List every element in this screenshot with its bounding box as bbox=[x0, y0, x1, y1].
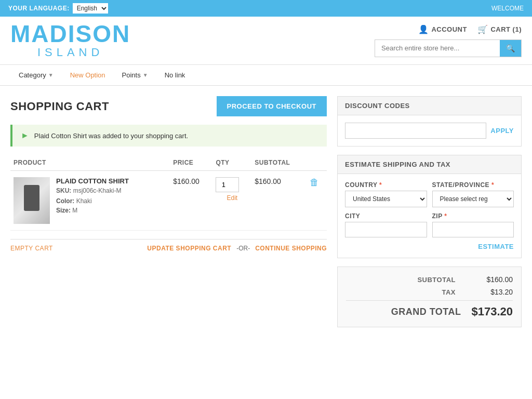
cart-table: PRODUCT PRICE QTY SUBTOTAL PLAID COTTON … bbox=[10, 155, 327, 231]
shipping-panel: ESTIMATE SHIPPING AND TAX COUNTRY * Unit… bbox=[337, 155, 522, 258]
zip-required: * bbox=[444, 212, 447, 220]
apply-discount-button[interactable]: APPLY bbox=[490, 127, 514, 135]
size-value: M bbox=[72, 207, 77, 214]
city-zip-row: CITY ZIP * bbox=[345, 212, 514, 237]
product-color: Color: Khaki bbox=[56, 197, 129, 205]
product-size: Size: M bbox=[56, 207, 129, 214]
state-label: STATE/PROVINCE * bbox=[432, 181, 514, 189]
cart-link[interactable]: 🛒 CART (1) bbox=[477, 24, 522, 34]
discount-panel: DISCOUNT CODES APPLY bbox=[337, 96, 522, 147]
header-right: 👤 ACCOUNT 🛒 CART (1) 🔍 bbox=[375, 24, 522, 57]
welcome-text: WELCOME bbox=[491, 5, 524, 12]
estimate-button[interactable]: ESTIMATE bbox=[478, 243, 514, 250]
top-bar: YOUR LANGUAGE: English WELCOME bbox=[0, 0, 532, 17]
product-cell: PLAID COTTON SHIRT SKU: msj006c-Khaki-M … bbox=[10, 171, 170, 231]
sidebar: DISCOUNT CODES APPLY ESTIMATE SHIPPING A… bbox=[337, 96, 522, 327]
city-group: CITY bbox=[345, 212, 427, 237]
tax-row: TAX $13.20 bbox=[346, 288, 513, 296]
product-image bbox=[14, 177, 50, 224]
delete-button[interactable]: 🗑 bbox=[310, 177, 319, 188]
country-group: COUNTRY * United States Canada United Ki… bbox=[345, 181, 427, 207]
edit-link[interactable]: Edit bbox=[216, 194, 248, 202]
totals-panel: SUBTOTAL $160.00 TAX $13.20 GRAND TOTAL … bbox=[337, 267, 522, 327]
search-bar: 🔍 bbox=[375, 39, 522, 57]
nav-points-label: Points bbox=[122, 71, 141, 79]
cart-icon: 🛒 bbox=[477, 24, 488, 34]
empty-cart-link[interactable]: EMPTY CART bbox=[10, 245, 53, 252]
col-subtotal: SUBTOTAL bbox=[251, 155, 306, 171]
state-group: STATE/PROVINCE * Please select reg Alaba… bbox=[432, 181, 514, 207]
nav-item-new-option[interactable]: New Option bbox=[62, 65, 114, 85]
estimate-row: ESTIMATE bbox=[345, 243, 514, 250]
language-select[interactable]: English bbox=[73, 3, 108, 14]
product-sku: SKU: msj006c-Khaki-M bbox=[56, 187, 129, 194]
city-input[interactable] bbox=[345, 222, 427, 237]
price-cell: $160.00 bbox=[170, 171, 212, 231]
product-name: PLAID COTTON SHIRT bbox=[56, 177, 129, 185]
cart-label: CART (1) bbox=[490, 25, 522, 33]
nav-item-category[interactable]: Category ▼ bbox=[10, 65, 62, 85]
language-section: YOUR LANGUAGE: English bbox=[8, 3, 108, 14]
grand-total-value: $173.20 bbox=[471, 305, 513, 318]
delete-cell: 🗑 bbox=[307, 171, 327, 231]
cart-header: SHOPPING CART PROCEED TO CHECKOUT bbox=[10, 96, 327, 116]
grand-total-row: GRAND TOTAL $173.20 bbox=[346, 300, 513, 318]
account-icon: 👤 bbox=[418, 24, 429, 34]
country-required: * bbox=[379, 181, 382, 189]
table-row: PLAID COTTON SHIRT SKU: msj006c-Khaki-M … bbox=[10, 171, 327, 231]
nav-no-link-label: No link bbox=[165, 71, 185, 79]
or-text: -OR- bbox=[236, 245, 250, 252]
cart-actions: EMPTY CART UPDATE SHOPPING CART -OR- CON… bbox=[10, 239, 327, 257]
nav-category-label: Category bbox=[19, 71, 46, 79]
nav-points-caret: ▼ bbox=[143, 72, 148, 78]
tax-value: $13.20 bbox=[476, 288, 513, 296]
qty-cell: Edit bbox=[212, 171, 251, 231]
account-label: ACCOUNT bbox=[431, 25, 467, 33]
nav-new-option-label: New Option bbox=[70, 71, 105, 79]
account-link[interactable]: 👤 ACCOUNT bbox=[418, 24, 467, 34]
country-label: COUNTRY * bbox=[345, 181, 427, 189]
nav-item-no-link[interactable]: No link bbox=[156, 65, 194, 85]
cart-title: SHOPPING CART bbox=[10, 100, 109, 113]
product-info: PLAID COTTON SHIRT SKU: msj006c-Khaki-M … bbox=[56, 177, 129, 214]
grand-total-label: GRAND TOTAL bbox=[391, 307, 461, 317]
navigation: Category ▼ New Option Points ▼ No link bbox=[0, 65, 532, 86]
continue-shopping-link[interactable]: CONTINUE SHOPPING bbox=[255, 245, 327, 252]
language-label: YOUR LANGUAGE: bbox=[8, 5, 70, 12]
logo-line1: MADISON bbox=[10, 22, 130, 46]
main-content: SHOPPING CART PROCEED TO CHECKOUT ► Plai… bbox=[0, 86, 532, 338]
color-label: Color: bbox=[56, 197, 74, 205]
subtotal-row: SUBTOTAL $160.00 bbox=[346, 275, 513, 284]
sku-value: msj006c-Khaki-M bbox=[73, 187, 122, 194]
tax-label: TAX bbox=[442, 288, 456, 296]
proceed-to-checkout-button[interactable]: PROCEED TO CHECKOUT bbox=[217, 96, 327, 116]
zip-input[interactable] bbox=[432, 222, 514, 237]
qty-input[interactable] bbox=[216, 177, 239, 192]
zip-label: ZIP * bbox=[432, 212, 514, 220]
col-price: PRICE bbox=[170, 155, 212, 171]
color-value: Khaki bbox=[76, 197, 92, 205]
update-cart-button[interactable]: UPDATE SHOPPING CART bbox=[147, 245, 231, 252]
search-button[interactable]: 🔍 bbox=[500, 40, 521, 57]
size-label: Size: bbox=[56, 207, 71, 214]
sku-label: SKU: bbox=[56, 187, 71, 194]
logo-line2: ISLAND bbox=[10, 46, 130, 59]
header-actions: 👤 ACCOUNT 🛒 CART (1) bbox=[418, 24, 522, 34]
success-text: Plaid Cotton Shirt was added to your sho… bbox=[34, 132, 188, 140]
shipping-panel-header: ESTIMATE SHIPPING AND TAX bbox=[338, 155, 521, 174]
logo[interactable]: MADISON ISLAND bbox=[10, 22, 130, 59]
subtotal-value: $160.00 bbox=[476, 275, 513, 284]
state-select[interactable]: Please select reg Alabama Alaska Califor… bbox=[432, 191, 514, 207]
shipping-grid: COUNTRY * United States Canada United Ki… bbox=[345, 181, 514, 207]
subtotal-cell: $160.00 bbox=[251, 171, 306, 231]
discount-input[interactable] bbox=[345, 123, 486, 139]
discount-panel-body: APPLY bbox=[338, 115, 521, 146]
header: MADISON ISLAND 👤 ACCOUNT 🛒 CART (1) 🔍 bbox=[0, 17, 532, 65]
state-required: * bbox=[491, 181, 494, 189]
col-qty: QTY bbox=[212, 155, 251, 171]
col-product: PRODUCT bbox=[10, 155, 170, 171]
shipping-panel-body: COUNTRY * United States Canada United Ki… bbox=[338, 174, 521, 258]
nav-item-points[interactable]: Points ▼ bbox=[114, 65, 156, 85]
search-input[interactable] bbox=[375, 40, 500, 56]
country-select[interactable]: United States Canada United Kingdom bbox=[345, 191, 427, 207]
